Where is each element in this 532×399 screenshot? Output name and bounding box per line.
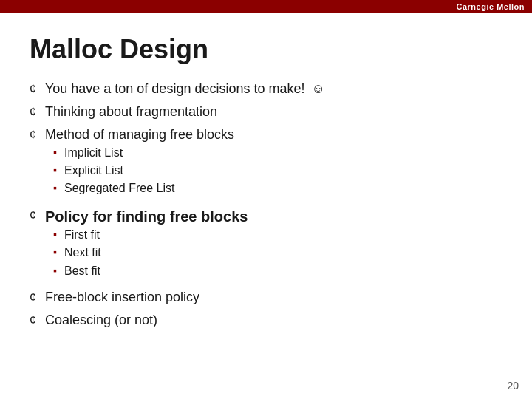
sub-list-item: ▪ First fit xyxy=(53,227,101,243)
content-area: Malloc Design ¢ You have a ton of design… xyxy=(0,13,532,349)
sub-list-item: ▪ Next fit xyxy=(53,245,101,261)
sub-item-text: Next fit xyxy=(64,245,101,261)
sub-bullet-list: ▪ First fit ▪ Next fit ▪ Best fit xyxy=(53,227,101,281)
bullet-circle-icon: ¢ xyxy=(30,104,36,120)
list-item: ¢ Coalescing (or not) xyxy=(30,311,502,330)
header-bar: Carnegie Mellon xyxy=(0,0,532,13)
sub-item-text: Implicit List xyxy=(64,145,123,161)
list-item: ¢ Policy for finding free blocks ▪ First… xyxy=(30,206,502,284)
brand-label: Carnegie Mellon xyxy=(457,2,525,11)
page-number: 20 xyxy=(507,380,519,392)
sub-list-item: ▪ Best fit xyxy=(53,263,101,279)
list-item: ¢ Thinking about fragmentation xyxy=(30,103,502,121)
sub-bullet-icon: ▪ xyxy=(53,264,57,279)
smiley-icon: ☺ xyxy=(312,81,325,96)
bullet-circle-icon: ¢ xyxy=(30,290,36,306)
bullet-circle-icon: ¢ xyxy=(30,313,36,329)
page-title: Malloc Design xyxy=(30,34,502,65)
list-item: ¢ Method of managing free blocks ▪ Impli… xyxy=(30,126,502,201)
list-item: ¢ Free-block insertion policy xyxy=(30,288,502,307)
sub-item-text: First fit xyxy=(64,227,100,243)
bullet-circle-icon: ¢ xyxy=(30,127,36,143)
sub-bullet-icon: ▪ xyxy=(53,228,57,242)
sub-list-item: ▪ Implicit List xyxy=(53,145,174,161)
bullet-text: Thinking about fragmentation xyxy=(45,103,217,121)
sub-bullet-icon: ▪ xyxy=(53,146,57,160)
sub-bullet-icon: ▪ xyxy=(53,181,57,196)
sub-item-text: Explicit List xyxy=(64,163,123,179)
sub-bullet-icon: ▪ xyxy=(53,163,57,178)
bullet-text: Coalescing (or not) xyxy=(45,311,157,330)
sub-bullet-icon: ▪ xyxy=(53,245,57,260)
sub-item-text: Best fit xyxy=(64,263,100,279)
bullet-text: Policy for finding free blocks xyxy=(45,206,248,227)
sub-list-item: ▪ Segregated Free List xyxy=(53,180,174,197)
sub-list-item: ▪ Explicit List xyxy=(53,163,174,179)
sub-item-text: Segregated Free List xyxy=(64,180,174,197)
bullet-text: You have a ton of design decisions to ma… xyxy=(45,80,325,98)
bullet-text: Method of managing free blocks xyxy=(45,126,234,144)
list-item: ¢ You have a ton of design decisions to … xyxy=(30,80,502,98)
sub-bullet-list: ▪ Implicit List ▪ Explicit List ▪ Segreg… xyxy=(53,145,174,199)
bullet-circle-icon: ¢ xyxy=(30,81,36,98)
main-bullet-list: ¢ You have a ton of design decisions to … xyxy=(30,80,502,330)
bullet-text: Free-block insertion policy xyxy=(45,288,200,307)
bullet-circle-icon: ¢ xyxy=(30,208,36,224)
